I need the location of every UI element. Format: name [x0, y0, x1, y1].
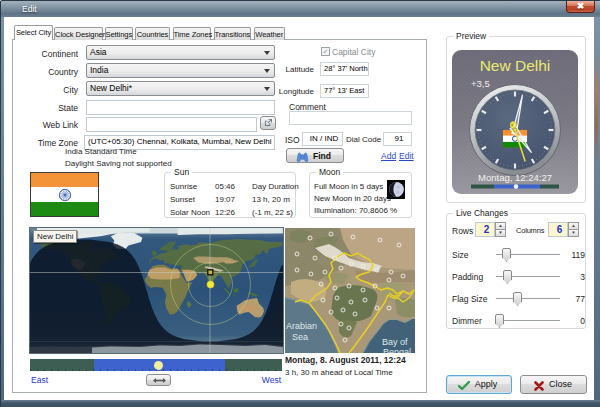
svg-text:New Delhi: New Delhi — [480, 57, 551, 74]
svg-text:Bengal: Bengal — [383, 347, 411, 353]
svg-text:Sea: Sea — [292, 332, 308, 342]
svg-text:Arabian: Arabian — [286, 321, 317, 331]
svg-text:Montag, 12:24:27: Montag, 12:24:27 — [478, 172, 552, 183]
svg-text:+3,5: +3,5 — [471, 78, 490, 89]
svg-text:Bay of: Bay of — [382, 337, 408, 347]
